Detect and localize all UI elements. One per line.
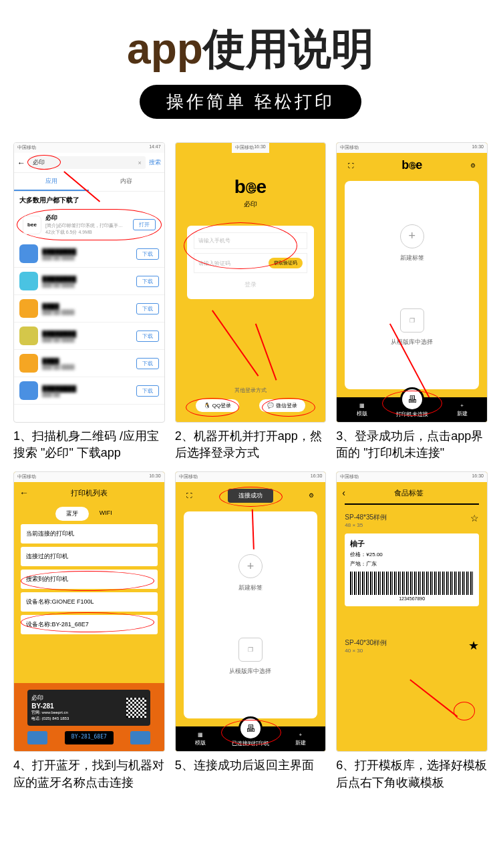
favorite-icon-filled[interactable]: ★	[468, 638, 479, 653]
label-preview[interactable]: 柚子 价格：¥25.00 产地：广东 1234567890	[345, 533, 479, 606]
app-icon-bee: bee	[23, 216, 41, 234]
card-3: 中国移动16:30 ⛶ bee ⚙ + 新建标签 ❐ 从模版库中选择 ▦模版 打…	[336, 142, 488, 461]
plus-icon: +	[460, 403, 464, 409]
printer-icon: 🖶	[407, 394, 417, 405]
main-panel: + 新建标签 ❐ 从模版库中选择	[345, 181, 479, 389]
login-button[interactable]: 登录	[194, 277, 308, 292]
app-row[interactable]: ███████████ ██下载	[14, 377, 164, 405]
app-row[interactable]: ███████████ ██ ████下载	[14, 268, 164, 295]
list-item[interactable]: 搜索到的打印机	[21, 570, 158, 589]
from-template-option[interactable]: ❐ 从模版库中选择	[391, 308, 433, 347]
print-fab[interactable]: 🖶	[400, 387, 424, 411]
download-button[interactable]: 下载	[136, 303, 159, 314]
bee-logo: bee	[234, 176, 267, 198]
list-item[interactable]: 当前连接的打印机	[21, 524, 158, 544]
app-row-biyin[interactable]: bee 必印 [简介]必印标签打印系统，打印赢手… 42次下载 6.5分 4.9…	[17, 209, 162, 240]
qr-code	[126, 698, 146, 718]
search-button[interactable]: 搜索	[149, 158, 161, 167]
template-2-info: ★ SP-40*30样例 40 × 30	[345, 638, 479, 654]
search-input[interactable]: 必印 ×	[29, 156, 146, 169]
app-row[interactable]: ███████ ██ ████下载	[14, 350, 164, 377]
wechat-login-button[interactable]: 💬微信登录	[259, 399, 305, 412]
tab-apps[interactable]: 应用	[14, 173, 89, 191]
status-bar: 中国移动16:30	[176, 472, 326, 482]
app-row[interactable]: ███████████ ██ ████下载	[14, 322, 164, 350]
page-title: 食品标签	[345, 488, 472, 498]
phone-input[interactable]: 请输入手机号	[194, 232, 308, 249]
code-input[interactable]: 请输入验证码 获取验证码	[194, 253, 308, 273]
printer-list: 当前连接的打印机 连接过的打印机 搜索到的打印机 设备名称:GIONEE F10…	[14, 524, 164, 638]
download-button[interactable]: 下载	[136, 248, 159, 260]
card-5: 中国移动16:30 ⛶ 连接成功 ⚙ + 新建标签 ❐ 从模版库中选择 ▦模版 …	[175, 471, 327, 791]
clear-icon[interactable]: ×	[138, 160, 141, 166]
nav-new[interactable]: +新建	[437, 403, 487, 417]
tabs: 应用 内容	[14, 173, 164, 192]
app-meta: 42次下载 6.5分 4.9MB	[45, 229, 133, 236]
app-name: 必印	[45, 214, 133, 222]
barcode-number: 1234567890	[350, 596, 474, 601]
app-row[interactable]: ███████████ ██ ████下载	[14, 240, 164, 268]
plus-icon: +	[238, 554, 263, 578]
screen-template-library: 中国移动16:30 ‹ 食品标签 ☆ SP-48*35样例 48 × 35 柚子…	[336, 471, 488, 752]
download-button[interactable]: 下载	[136, 276, 159, 287]
page-title: 打印机列表	[29, 488, 150, 498]
download-button[interactable]: 下载	[136, 331, 159, 342]
settings-icon[interactable]: ⚙	[305, 489, 317, 501]
screen-home-disconnected: 中国移动16:30 ⛶ bee ⚙ + 新建标签 ❐ 从模版库中选择 ▦模版 打…	[336, 142, 488, 423]
label-origin: 产地：广东	[350, 560, 474, 568]
label-name: 柚子	[350, 539, 474, 549]
favorite-icon[interactable]: ☆	[470, 513, 479, 523]
header-row: ‹ 食品标签	[337, 482, 487, 503]
other-login-label: 其他登录方式	[176, 387, 326, 394]
list-item[interactable]: 设备名称:GIONEE F100L	[21, 592, 158, 612]
status-bar: 中国移动14:47	[14, 143, 164, 153]
plus-icon: +	[299, 732, 303, 738]
device-button	[130, 731, 150, 744]
other-login: 其他登录方式 🐧QQ登录 💬微信登录	[176, 387, 326, 422]
download-button[interactable]: 下载	[136, 385, 159, 397]
qq-login-button[interactable]: 🐧QQ登录	[196, 399, 239, 412]
print-fab[interactable]: 🖶	[238, 716, 263, 740]
app-row[interactable]: ███████ ██ ████下载	[14, 295, 164, 322]
template-icon: ▦	[198, 732, 203, 738]
download-button[interactable]: 下载	[136, 358, 159, 369]
device-display: BY-281_68E7	[65, 731, 114, 744]
page-header: app使用说明 操作简单 轻松打印	[0, 0, 501, 132]
app-name-label: 必印	[244, 200, 257, 209]
new-label-option[interactable]: + 新建标签	[400, 224, 424, 262]
caption-2: 2、机器开机并打开app，然后选择登录方式	[175, 428, 327, 461]
open-button[interactable]: 打开	[133, 219, 156, 230]
seg-bluetooth[interactable]: 蓝牙	[55, 507, 89, 521]
main-title: app使用说明	[0, 20, 501, 78]
screen-appstore: 中国移动14:47 ← 必印 × 搜索 应用 内容 大多数用户都下载了 bee …	[13, 142, 165, 423]
caption-3: 3、登录成功后，点击app界面的 "打印机未连接"	[336, 428, 488, 461]
seg-wifi[interactable]: WIFI	[89, 507, 123, 521]
card-4: 中国移动16:30 ← 打印机列表 蓝牙 WIFI 当前连接的打印机 连接过的打…	[13, 471, 165, 791]
new-label-option[interactable]: + 新建标签	[238, 554, 263, 592]
main-panel: + 新建标签 ❐ 从模版库中选择	[184, 511, 318, 718]
scan-icon[interactable]: ⛶	[345, 160, 357, 172]
top-bar: ⛶ bee ⚙	[337, 153, 487, 178]
tab-content[interactable]: 内容	[89, 173, 164, 191]
list-item[interactable]: 连接过的打印机	[21, 547, 158, 566]
screen-printer-list: 中国移动16:30 ← 打印机列表 蓝牙 WIFI 当前连接的打印机 连接过的打…	[13, 471, 165, 752]
back-icon[interactable]: ←	[17, 158, 25, 168]
get-code-button[interactable]: 获取验证码	[269, 258, 303, 268]
app-desc: [简介]必印标签打印系统，打印赢手…	[45, 222, 133, 229]
nav-template[interactable]: ▦模版	[337, 403, 387, 417]
device-panel: 必印 BY-281 官网: www.beeprt.cn 电话: (025) 84…	[27, 690, 150, 726]
status-bar: 中国移动16:30	[14, 472, 164, 482]
label-price: 价格：¥25.00	[350, 551, 474, 558]
from-template-option[interactable]: ❐ 从模版库中选择	[229, 638, 271, 676]
settings-icon[interactable]: ⚙	[467, 160, 479, 172]
screen-home-connected: 中国移动16:30 ⛶ 连接成功 ⚙ + 新建标签 ❐ 从模版库中选择 ▦模版 …	[175, 471, 327, 752]
caption-4: 4、打开蓝牙，找到与机器对应的蓝牙名称点击连接	[13, 757, 165, 791]
nav-template[interactable]: ▦模版	[176, 732, 226, 746]
search-text: 必印	[33, 158, 45, 167]
nav-new[interactable]: +新建	[275, 732, 325, 746]
qq-icon: 🐧	[204, 403, 210, 409]
wechat-icon: 💬	[267, 403, 274, 409]
list-item[interactable]: 设备名称:BY-281_68E7	[21, 615, 158, 634]
scan-icon[interactable]: ⛶	[184, 489, 196, 501]
back-icon[interactable]: ←	[19, 487, 29, 498]
